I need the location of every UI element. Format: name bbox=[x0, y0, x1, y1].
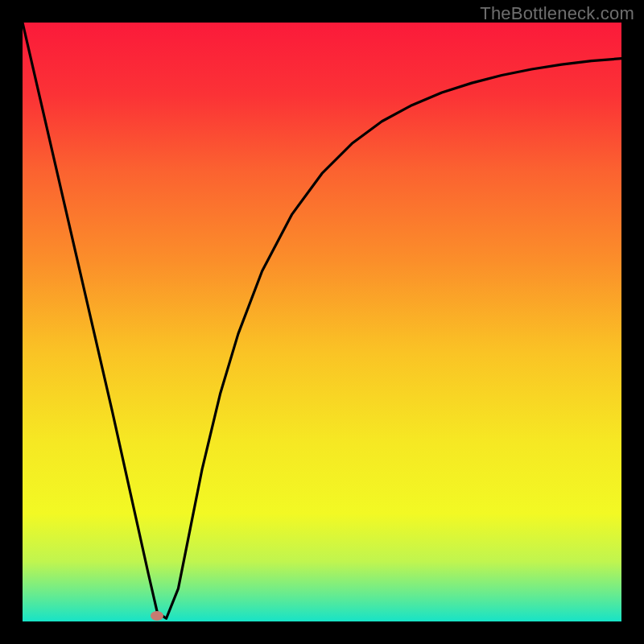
gradient-background bbox=[23, 23, 621, 621]
watermark-text: TheBottleneck.com bbox=[480, 3, 634, 24]
optimal-point-marker bbox=[151, 611, 163, 621]
chart-frame bbox=[23, 23, 621, 621]
bottleneck-chart bbox=[23, 23, 621, 621]
